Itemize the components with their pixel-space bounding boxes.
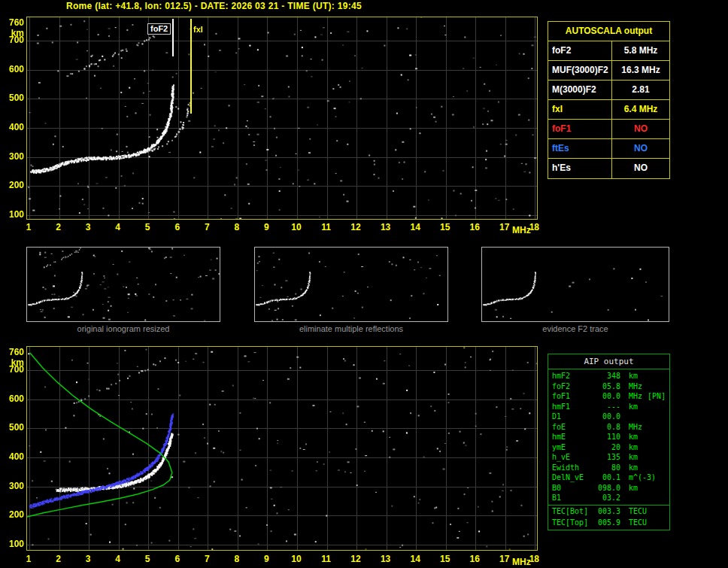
y-tick-label: 600	[2, 64, 24, 74]
autoscala-param-name: fxI	[548, 100, 612, 119]
aip-param-unit: km	[629, 432, 638, 442]
aip-param-unit: km	[629, 463, 638, 473]
aip-table-header: AIP output	[548, 354, 669, 369]
aip-param-name: D1	[552, 412, 595, 422]
x-tick-label: 7	[199, 222, 214, 232]
x-tick-label: 3	[80, 554, 96, 564]
y-tick-label: 760	[2, 17, 24, 28]
autoscala-row: h'EsNO	[548, 159, 669, 178]
x-tick-label: 8	[229, 554, 244, 564]
x-tick-label: 14	[408, 222, 423, 232]
x-tick-label: 7	[199, 554, 214, 564]
x-tick-label: 14	[408, 554, 423, 564]
x-tick-label: 11	[319, 554, 334, 564]
thumbnail-no-multiples	[254, 247, 448, 322]
x-tick-label: 15	[438, 554, 453, 564]
aip-row: B0098.0km	[548, 483, 669, 494]
aip-param-value: 0.8	[595, 422, 620, 433]
ionogram-canvas	[27, 17, 537, 219]
autoscala-row: ftEsNO	[548, 139, 669, 159]
x-tick-label: 11	[319, 222, 334, 232]
autoscala-table-header: AUTOSCALA output	[548, 22, 669, 41]
x-tick-label: 2	[51, 554, 66, 564]
x-tick-label: 17	[497, 222, 512, 232]
autoscala-row: MUF(3000)F216.3 MHz	[548, 61, 669, 80]
autoscala-param-value: NO	[612, 120, 669, 138]
x-tick-label: 4	[111, 554, 126, 564]
autoscala-param-value: 6.4 MHz	[612, 100, 669, 119]
aip-param-value: 135	[595, 452, 620, 463]
x-tick-label: 4	[111, 222, 126, 232]
aip-param-value: 110	[595, 432, 620, 442]
autoscala-param-name: h'Es	[548, 159, 612, 178]
x-tick-label: 13	[378, 222, 393, 232]
aip-param-name: TEC[Bot]	[552, 506, 595, 518]
aip-param-unit: m^(-3)	[629, 472, 656, 483]
y-tick-label: 300	[2, 151, 24, 162]
autoscala-param-name: M(3000)F2	[548, 80, 612, 99]
aip-row: hmF2348km	[548, 371, 669, 381]
autoscala-output-table: AUTOSCALA output foF25.8 MHzMUF(3000)F21…	[548, 21, 670, 179]
y-tick-label: 400	[2, 451, 24, 462]
autoscala-row: foF1NO	[548, 120, 669, 139]
aip-param-value: 098.0	[595, 483, 620, 494]
x-tick-label: 1	[21, 222, 36, 232]
aip-param-unit: km	[629, 452, 638, 463]
x-tick-label: 12	[348, 222, 363, 232]
aip-row: Ewidth80km	[548, 463, 669, 473]
x-tick-label: 9	[259, 554, 274, 564]
aip-param-unit: km	[629, 483, 638, 494]
x-tick-label: 6	[170, 554, 185, 564]
aip-row: foF100.0MHz[PN]	[548, 391, 669, 402]
x-tick-label: 16	[467, 222, 482, 232]
y-tick-label: 700	[2, 35, 24, 45]
autoscala-param-value: NO	[612, 139, 669, 158]
x-tick-label: 1	[21, 554, 36, 564]
x-tick-label: 8	[229, 222, 244, 232]
aip-param-name: hmF2	[552, 371, 595, 381]
y-tick-label: 400	[2, 122, 24, 132]
x-axis-unit: MHz	[512, 225, 533, 235]
y-tick-label: 100	[2, 209, 24, 220]
aip-param-name: h_vE	[552, 452, 595, 463]
fxi-marker-label: fxI	[193, 25, 203, 35]
autoscala-param-name: foF1	[548, 120, 612, 138]
x-tick-label: 17	[497, 554, 512, 564]
aip-param-name: B1	[552, 493, 595, 503]
fof2-marker-label: foF2	[147, 23, 171, 35]
aip-row: foE0.8MHz	[548, 422, 669, 433]
aip-param-unit: km	[629, 371, 638, 381]
autoscala-param-value: 2.81	[612, 80, 669, 99]
aip-param-unit: MHz	[629, 422, 642, 433]
thumbnail-caption-no-multiples: eliminate multiple reflections	[254, 324, 448, 333]
aip-param-name: hmE	[552, 432, 595, 442]
thumbnail-caption-f2-evidence: evidence F2 trace	[481, 324, 669, 333]
autoscala-table-body: foF25.8 MHzMUF(3000)F216.3 MHzM(3000)F22…	[548, 41, 669, 178]
x-tick-label: 5	[140, 554, 155, 564]
thumbnail-f2-evidence-canvas	[482, 248, 669, 321]
aip-param-name: foF2	[552, 381, 595, 392]
x-tick-label: 9	[259, 222, 274, 232]
aip-row: hmE110km	[548, 432, 669, 442]
autoscala-param-value: 5.8 MHz	[612, 41, 669, 60]
x-tick-label: 16	[467, 554, 482, 564]
autoscala-param-name: foF2	[548, 41, 612, 60]
autoscala-param-name: ftEs	[548, 139, 612, 158]
thumbnail-caption-original: original ionogram resized	[26, 324, 220, 333]
autoscala-param-value: NO	[612, 159, 669, 178]
y-tick-label: 600	[2, 393, 24, 404]
aip-param-unit: km	[629, 402, 638, 412]
aip-table-body: hmF2348kmfoF205.8MHzfoF100.0MHz[PN]hmF1-…	[548, 371, 669, 527]
x-tick-label: 5	[140, 222, 155, 232]
aip-param-name: foF1	[552, 391, 595, 402]
autoscala-row: fxI6.4 MHz	[548, 100, 669, 120]
x-tick-label: 10	[289, 554, 304, 564]
aip-param-value: 348	[595, 371, 620, 381]
autoscala-param-value: 16.3 MHz	[612, 61, 669, 80]
aip-row: TEC[Bot]003.3TECU	[548, 505, 669, 518]
autoscala-output-screen: Rome (lat: +41.8, lon: 012.5) - DATE: 20…	[0, 0, 728, 568]
aip-param-name: hmF1	[552, 402, 595, 412]
aip-param-unit: MHz	[629, 381, 642, 392]
y-tick-label: 700	[2, 364, 24, 375]
aip-row: h_vE135km	[548, 452, 669, 463]
